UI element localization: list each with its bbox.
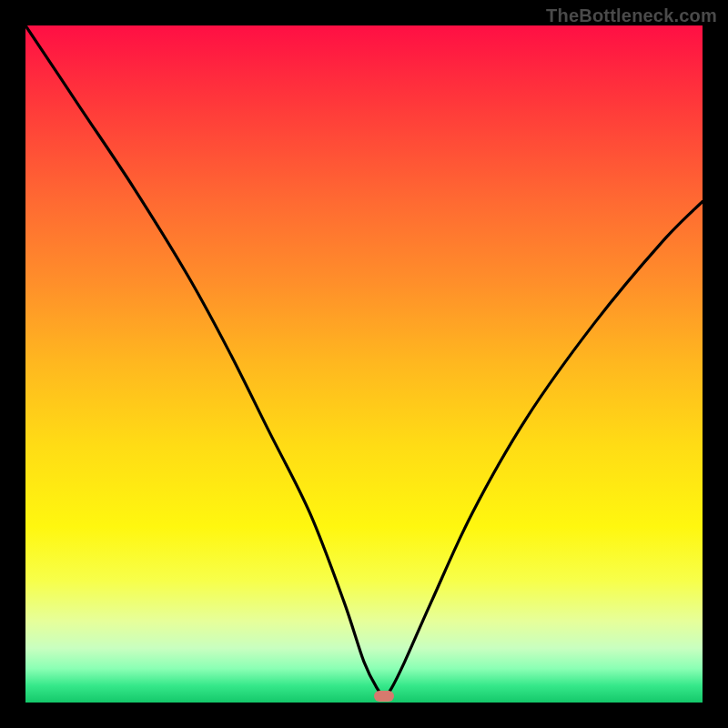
- bottleneck-curve: [25, 25, 703, 703]
- minimum-marker: [374, 691, 394, 702]
- plot-area: [25, 25, 703, 703]
- chart-frame: TheBottleneck.com: [0, 0, 728, 728]
- watermark-text: TheBottleneck.com: [546, 5, 717, 26]
